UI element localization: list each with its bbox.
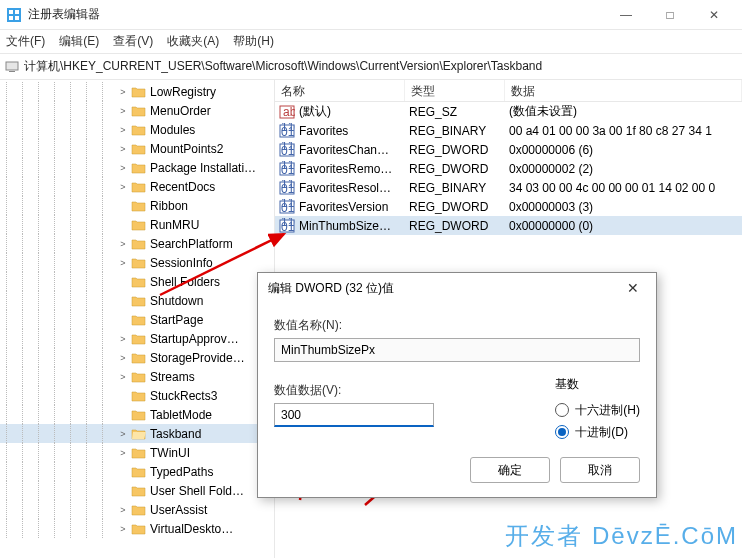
chevron-icon[interactable]: >: [118, 87, 128, 97]
svg-rect-6: [9, 71, 15, 72]
chevron-icon[interactable]: >: [118, 258, 128, 268]
tree-item-label: UserAssist: [150, 503, 207, 517]
value-name: MinThumbSize…: [299, 219, 403, 233]
radio-dec[interactable]: 十进制(D): [555, 421, 640, 443]
tree-item-label: VirtualDeskto…: [150, 522, 233, 536]
value-data-input[interactable]: [274, 403, 434, 427]
tree-item-streams[interactable]: >Streams: [0, 367, 274, 386]
chevron-icon[interactable]: >: [118, 334, 128, 344]
chevron-icon[interactable]: >: [118, 144, 128, 154]
value-row[interactable]: 110011FavoritesResol…REG_BINARY34 03 00 …: [275, 178, 742, 197]
svg-text:ab: ab: [283, 105, 295, 119]
tree-item-menuorder[interactable]: >MenuOrder: [0, 101, 274, 120]
chevron-icon[interactable]: >: [118, 182, 128, 192]
chevron-icon[interactable]: >: [118, 524, 128, 534]
value-name-input[interactable]: [274, 338, 640, 362]
chevron-icon[interactable]: >: [118, 353, 128, 363]
tree-item-recentdocs[interactable]: >RecentDocs: [0, 177, 274, 196]
tree-item-userassist[interactable]: >UserAssist: [0, 500, 274, 519]
col-type[interactable]: 类型: [405, 80, 505, 101]
value-row[interactable]: 110011FavoritesREG_BINARY00 a4 01 00 00 …: [275, 121, 742, 140]
tree-item-virtualdeskto[interactable]: >VirtualDeskto…: [0, 519, 274, 538]
tree-item-label: RecentDocs: [150, 180, 215, 194]
tree-item-shellfolders[interactable]: Shell Folders: [0, 272, 274, 291]
dialog-close-button[interactable]: ✕: [620, 280, 646, 296]
value-name: FavoritesRemo…: [299, 162, 403, 176]
menubar: 文件(F) 编辑(E) 查看(V) 收藏夹(A) 帮助(H): [0, 30, 742, 54]
tree-item-startpage[interactable]: StartPage: [0, 310, 274, 329]
value-row[interactable]: 110011MinThumbSize…REG_DWORD0x00000000 (…: [275, 216, 742, 235]
tree-item-label: SearchPlatform: [150, 237, 233, 251]
radio-dec-label: 十进制(D): [575, 424, 628, 441]
tree-item-label: MenuOrder: [150, 104, 211, 118]
tree-item-shutdown[interactable]: Shutdown: [0, 291, 274, 310]
tree-item-taskband[interactable]: >Taskband: [0, 424, 274, 443]
chevron-icon[interactable]: >: [118, 372, 128, 382]
chevron-icon[interactable]: >: [118, 505, 128, 515]
radio-hex[interactable]: 十六进制(H): [555, 399, 640, 421]
titlebar: 注册表编辑器 — □ ✕: [0, 0, 742, 30]
tree-item-lowregistry[interactable]: >LowRegistry: [0, 82, 274, 101]
tree-item-label: Streams: [150, 370, 195, 384]
tree-item-label: TypedPaths: [150, 465, 213, 479]
menu-file[interactable]: 文件(F): [6, 33, 45, 50]
value-name: FavoritesResol…: [299, 181, 403, 195]
col-name[interactable]: 名称: [275, 80, 405, 101]
tree-item-sessioninfo[interactable]: >SessionInfo: [0, 253, 274, 272]
maximize-button[interactable]: □: [648, 1, 692, 29]
chevron-icon[interactable]: >: [118, 429, 128, 439]
tree-item-typedpaths[interactable]: TypedPaths: [0, 462, 274, 481]
tree-item-ribbon[interactable]: Ribbon: [0, 196, 274, 215]
ok-button[interactable]: 确定: [470, 457, 550, 483]
chevron-icon[interactable]: >: [118, 106, 128, 116]
cancel-button[interactable]: 取消: [560, 457, 640, 483]
menu-edit[interactable]: 编辑(E): [59, 33, 99, 50]
svg-text:011: 011: [281, 163, 295, 177]
chevron-icon[interactable]: >: [118, 448, 128, 458]
value-row[interactable]: 110011FavoritesVersionREG_DWORD0x0000000…: [275, 197, 742, 216]
col-data[interactable]: 数据: [505, 80, 742, 101]
menu-view[interactable]: 查看(V): [113, 33, 153, 50]
svg-text:011: 011: [281, 201, 295, 215]
chevron-icon[interactable]: >: [118, 239, 128, 249]
chevron-icon[interactable]: >: [118, 125, 128, 135]
tree-item-storageprovide[interactable]: >StorageProvide…: [0, 348, 274, 367]
column-headers[interactable]: 名称 类型 数据: [275, 80, 742, 102]
value-data: 0x00000002 (2): [503, 162, 742, 176]
value-data-label: 数值数据(V):: [274, 382, 525, 399]
value-name-label: 数值名称(N):: [274, 317, 640, 334]
value-row[interactable]: 110011FavoritesChan…REG_DWORD0x00000006 …: [275, 140, 742, 159]
minimize-button[interactable]: —: [604, 1, 648, 29]
tree-item-label: Shutdown: [150, 294, 203, 308]
tree-item-packageinstallati[interactable]: >Package Installati…: [0, 158, 274, 177]
menu-favorites[interactable]: 收藏夹(A): [167, 33, 219, 50]
value-type: REG_DWORD: [403, 162, 503, 176]
string-icon: ab: [279, 104, 295, 120]
svg-text:011: 011: [281, 182, 295, 196]
close-button[interactable]: ✕: [692, 1, 736, 29]
tree-item-label: StuckRects3: [150, 389, 217, 403]
binary-icon: 110011: [279, 180, 295, 196]
tree-item-label: MountPoints2: [150, 142, 223, 156]
tree-item-modules[interactable]: >Modules: [0, 120, 274, 139]
value-row[interactable]: 110011FavoritesRemo…REG_DWORD0x00000002 …: [275, 159, 742, 178]
value-data: (数值未设置): [503, 103, 742, 120]
value-data: 0x00000000 (0): [503, 219, 742, 233]
tree-item-startupapprov[interactable]: >StartupApprov…: [0, 329, 274, 348]
svg-rect-4: [15, 16, 19, 20]
tree-item-twinui[interactable]: >TWinUI: [0, 443, 274, 462]
tree-item-label: User Shell Fold…: [150, 484, 244, 498]
tree-item-runmru[interactable]: RunMRU: [0, 215, 274, 234]
tree-item-searchplatform[interactable]: >SearchPlatform: [0, 234, 274, 253]
value-row[interactable]: ab(默认)REG_SZ(数值未设置): [275, 102, 742, 121]
menu-help[interactable]: 帮助(H): [233, 33, 274, 50]
tree-item-stuckrects3[interactable]: StuckRects3: [0, 386, 274, 405]
edit-dword-dialog: 编辑 DWORD (32 位)值 ✕ 数值名称(N): 数值数据(V): 基数 …: [257, 272, 657, 498]
tree-item-tabletmode[interactable]: TabletMode: [0, 405, 274, 424]
tree-item-usershellfold[interactable]: User Shell Fold…: [0, 481, 274, 500]
tree-item-label: Ribbon: [150, 199, 188, 213]
tree-item-mountpoints2[interactable]: >MountPoints2: [0, 139, 274, 158]
tree-panel[interactable]: >LowRegistry>MenuOrder>Modules>MountPoin…: [0, 80, 275, 558]
addressbar[interactable]: 计算机\HKEY_CURRENT_USER\Software\Microsoft…: [0, 54, 742, 80]
chevron-icon[interactable]: >: [118, 163, 128, 173]
